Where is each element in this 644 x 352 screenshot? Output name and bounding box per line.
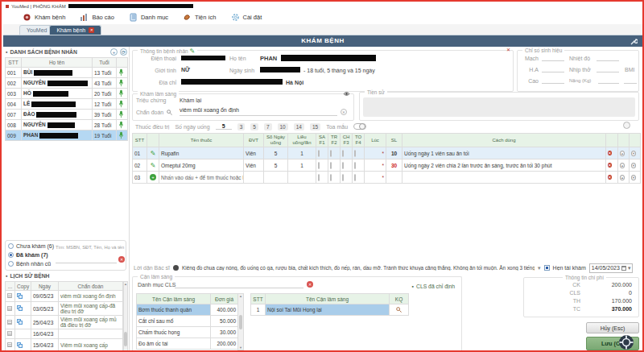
medication-row[interactable]: 01 ✎ Rupafin Viên 5 1 * 10 Uống ngày 1 v… [133,147,641,159]
menu-label: Tiện ích [195,14,216,21]
quick-days-7[interactable]: 7 [264,123,272,130]
options-circle-button[interactable] [623,122,630,129]
tab-kham-benh[interactable]: Khám bệnh ✕ [49,25,101,35]
table-row[interactable]: 004 LÊ 12 Tuổi [6,99,128,110]
symptom-value[interactable]: Khám lại [180,97,201,103]
nhiet-do-input[interactable] [597,56,619,61]
move-up-icon[interactable]: ▲ [620,175,625,180]
move-up-icon[interactable]: ▲ [620,151,625,156]
cls-catalog-row[interactable]: Cắt chỉ sau mổ 50.000 [137,316,238,327]
checkbox-to[interactable] [354,174,356,181]
cls-assigned-row[interactable]: 1 Nội soi Tai Mũi Họng lại [251,304,409,316]
move-up-icon[interactable]: ▲ [620,163,625,168]
tab-strip: YouMed Khám bệnh ✕ [3,24,642,35]
quick-days-15[interactable]: 15 [310,123,320,130]
checkbox-tr[interactable] [330,162,332,169]
quick-days-10[interactable]: 10 [278,123,288,130]
template-toggle[interactable] [353,123,366,130]
advice-text-input[interactable]: Kiêng đồ chua cay nóng, đồ uống có ga, r… [182,265,535,271]
wrench-icon[interactable] [630,38,638,45]
table-row[interactable]: 003 HỒ 20 Tuổi [6,89,128,99]
menu-tien-ich[interactable]: Tiện ích [183,13,216,22]
mach-input[interactable] [542,56,564,61]
medication-row-new[interactable]: 03 + Nhấn vào dấu + để tìm thuốc hoặc F5… [133,172,641,184]
tab-close-icon[interactable]: ✕ [89,27,94,33]
window-title: YouMed | PHÒNG KHÁM [11,4,66,9]
add-patient-button[interactable]: + [110,48,118,56]
checkbox-sa[interactable] [318,150,320,157]
edit-pencil-icon[interactable]: ✎ [151,162,156,169]
checkbox-ch[interactable] [342,174,344,181]
clear-diagnosis-icon[interactable]: ✕ [341,109,347,115]
delete-row-icon[interactable]: ✕ [608,151,612,155]
filter-benh-nhan-cu[interactable]: Bệnh nhân cũ [8,261,51,267]
checkbox-tr[interactable] [330,150,332,157]
clear-search-icon[interactable]: ✕ [118,256,125,263]
patient-search-input[interactable] [56,255,117,263]
move-down-icon[interactable]: ▼ [631,163,636,168]
eye-icon[interactable] [343,91,350,97]
history-row[interactable]: 03/05/23 Viêm mũi xoang cấp-đã điều trị … [6,302,123,316]
table-row[interactable]: 008 NGUYỄN 28 Tuổi [6,120,128,130]
checkbox-sa[interactable] [318,174,320,181]
move-down-icon[interactable]: ▼ [631,151,636,156]
history-row[interactable]: 25/04/23 Viêm mũi xoang cấp mủ đã điều t… [6,316,123,329]
checkbox-to[interactable] [354,150,356,157]
table-row[interactable]: 002 NGUYỄN 43 Tuổi [6,78,128,89]
tien-su-textarea[interactable] [363,97,635,117]
move-down-icon[interactable]: ▼ [631,175,636,180]
cls-catalog-row[interactable]: Chấm thuốc họng 30.000 [137,327,238,338]
col-header: STT [6,58,22,68]
history-row[interactable]: 15/04/23 Viêm mũi xoang cấp [6,339,123,352]
history-scrollbar[interactable]: ▲▼ [123,281,128,352]
cls-scrollbar[interactable]: ▲▼ [237,293,244,350]
cls-catalog-row[interactable]: Bơm thuốc thanh quản 400.000 [137,304,238,316]
close-info-icon[interactable]: ✕ [506,47,510,52]
dropdown-caret-icon[interactable]: ▾ [538,265,541,271]
filter-chua-kham[interactable]: Chưa khám (6) [8,243,54,249]
days-input[interactable]: 5 [216,123,232,130]
cls-search-input[interactable] [175,280,303,288]
cancel-button[interactable]: Hủy (Esc) [586,322,639,333]
checkbox-tr[interactable] [330,174,332,181]
menu-bao-cao[interactable]: Báo cáo [80,13,114,22]
table-row[interactable]: 001 BÙI 13 Tuổi [6,68,128,78]
medication-row[interactable]: 02 ✎ Omeptul 20mg Viên 5 1 * 30 Uống ngà… [133,159,641,172]
search-icon[interactable] [167,110,172,115]
history-row[interactable]: 09/05/23 viêm mũi xoang ổn định [6,291,123,302]
table-row[interactable]: 007 ĐÀO 39 Tuổi [6,110,128,120]
edit-pencil-icon[interactable]: ✎ [189,48,195,55]
view-result-search-icon[interactable] [396,307,402,313]
filter-da-kham[interactable]: Đã khám (7) [8,252,48,258]
diagnosis-input[interactable]: viêm mũi xoang ổn định [180,107,337,116]
quick-days-5[interactable]: 5 [250,123,258,130]
history-row[interactable]: 16/04/23 [6,329,123,339]
followup-checkbox[interactable] [544,265,550,271]
menu-cai-dat[interactable]: Cài đặt [231,13,262,22]
edit-pencil-icon[interactable]: ✎ [151,150,156,157]
huyet-ap-input[interactable] [542,67,564,72]
chieu-cao-input[interactable] [542,78,564,84]
cls-catalog-row[interactable]: Đo âm ốc tai 200.000 [137,338,238,350]
menu-kham-benh[interactable]: Khám bệnh [23,13,65,22]
clear-cls-search-icon[interactable]: ✕ [307,281,313,288]
delete-row-icon[interactable]: ✕ [608,175,612,180]
refresh-button[interactable]: ⟳ [120,48,127,56]
can-nang-input[interactable] [598,78,619,84]
add-drug-icon[interactable]: + [150,174,156,180]
checkbox-sa[interactable] [318,162,320,169]
menu-danh-muc[interactable]: Danh mục [129,13,168,22]
cost-label-ck: CK [532,282,580,288]
checkbox-to[interactable] [354,162,356,169]
delete-row-icon[interactable]: ✕ [608,163,612,168]
days-label: Số ngày uống [175,124,209,130]
detail-grid-icon [7,342,12,347]
checkbox-ch[interactable] [342,150,344,157]
checkbox-ch[interactable] [342,162,344,169]
followup-date-picker[interactable]: 14/05/2023 ▾ [589,263,634,273]
table-row-selected[interactable]: 009 PHAN 19 Tuổi [6,130,128,141]
advice-options-icon[interactable] [173,265,179,271]
nhip-tho-input[interactable] [597,67,619,72]
quick-days-14[interactable]: 14 [294,123,304,130]
quick-days-3[interactable]: 3 [237,123,246,130]
